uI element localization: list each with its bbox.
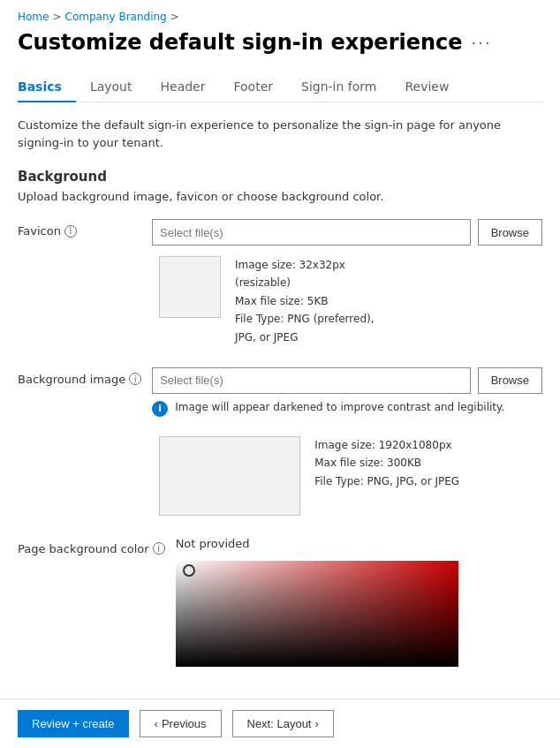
background-image-field-row: Background image i Browse i Image will a… [18, 367, 542, 516]
more-options-icon[interactable]: ··· [472, 34, 492, 52]
tab-footer[interactable]: Footer [219, 72, 287, 102]
breadcrumb: Home > Company Branding > [18, 11, 542, 23]
review-create-button[interactable]: Review + create [18, 710, 129, 737]
tab-description: Customize the default sign-in experience… [18, 117, 542, 151]
page-background-color-info-icon[interactable]: i [153, 542, 165, 555]
chevron-left-icon: ‹ [155, 717, 158, 730]
page-background-color-value: Not provided [176, 537, 542, 550]
breadcrumb-home[interactable]: Home [18, 11, 49, 23]
color-picker-handle[interactable] [183, 564, 195, 577]
tab-review[interactable]: Review [390, 72, 463, 102]
background-image-content: Browse i Image will appear darkened to i… [152, 367, 542, 516]
breadcrumb-company-branding[interactable]: Company Branding [65, 11, 167, 23]
favicon-preview-box [159, 256, 221, 318]
background-image-info-icon[interactable]: i [129, 373, 141, 385]
background-image-input[interactable] [152, 367, 470, 394]
previous-label: Previous [162, 717, 207, 730]
page-background-color-section: Page background color i Not provided [18, 537, 542, 667]
page-background-color-content: Not provided [176, 537, 542, 667]
favicon-content: Browse Image size: 32x32px (resizable) M… [152, 219, 542, 346]
page-title-row: Customize default sign-in experience ··· [18, 30, 542, 55]
next-button[interactable]: Next: Layout › [232, 710, 334, 737]
favicon-input-row: Browse [152, 219, 542, 246]
breadcrumb-sep2: > [170, 11, 179, 23]
favicon-field-row: Favicon i Browse Image size: 32x32px (re… [18, 219, 542, 346]
page-background-color-label: Page background color i [18, 537, 165, 555]
background-image-info: Image size: 1920x1080px Max file size: 3… [314, 436, 459, 490]
favicon-browse-button[interactable]: Browse [478, 219, 542, 246]
tab-layout[interactable]: Layout [76, 72, 147, 102]
background-image-label: Background image i [18, 367, 141, 386]
favicon-preview: Image size: 32x32px (resizable) Max file… [159, 256, 542, 346]
background-image-preview-box [159, 436, 300, 516]
previous-button[interactable]: ‹ Previous [140, 710, 222, 737]
page-title: Customize default sign-in experience [18, 30, 463, 55]
breadcrumb-sep1: > [52, 11, 61, 23]
color-gradient [176, 561, 458, 667]
background-section: Background Upload background image, favi… [18, 169, 542, 203]
tabs-bar: Basics Layout Header Footer Sign-in form… [18, 72, 542, 102]
favicon-info-icon[interactable]: i [64, 225, 77, 238]
background-section-title: Background [18, 169, 542, 185]
tab-basics[interactable]: Basics [18, 72, 76, 102]
background-image-preview: Image size: 1920x1080px Max file size: 3… [159, 436, 542, 516]
info-circle-icon: i [152, 401, 168, 417]
color-picker[interactable] [176, 561, 458, 667]
background-image-info-banner: i Image will appear darkened to improve … [152, 401, 542, 417]
next-label: Next: Layout [247, 717, 312, 730]
favicon-image-info: Image size: 32x32px (resizable) Max file… [235, 256, 375, 346]
bottom-bar: Review + create ‹ Previous Next: Layout … [0, 699, 560, 748]
chevron-right-icon: › [315, 717, 319, 730]
color-gradient-overlay [176, 561, 458, 667]
favicon-input[interactable] [152, 219, 471, 246]
tab-header[interactable]: Header [146, 72, 219, 102]
background-section-subtitle: Upload background image, favicon or choo… [18, 190, 542, 203]
favicon-label: Favicon i [18, 219, 141, 238]
background-image-input-row: Browse [152, 367, 542, 394]
background-image-browse-button[interactable]: Browse [478, 367, 542, 394]
tab-sign-in-form[interactable]: Sign-in form [287, 72, 390, 102]
